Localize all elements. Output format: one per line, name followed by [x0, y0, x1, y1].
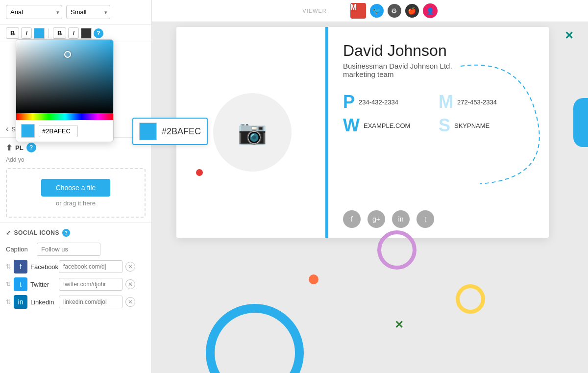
social-header-label: SOCIAL ICONS [14, 229, 59, 236]
drag-handle-facebook[interactable]: ⇅ [6, 263, 11, 270]
card-photo-area[interactable]: 📷 [213, 93, 292, 172]
contact-phone2-value: 272-453-2334 [457, 99, 497, 106]
social-caption-row: Caption [6, 243, 146, 256]
main-area: VIEWER M 🐦 ⚙ 🍎 👤 📷 David Johnson Busines… [152, 0, 588, 373]
contact-website-value: EXAMPLE.COM [364, 122, 410, 129]
photo-header-label: PL [15, 144, 24, 151]
red-dot [196, 169, 203, 176]
font-select-wrapper[interactable]: Arial Times New Roman Helvetica [6, 5, 62, 19]
contact-letter-m: M [439, 93, 453, 111]
bold-button[interactable]: B [6, 27, 19, 39]
card-title-line1: Businessman David Johnson Ltd. [343, 62, 534, 70]
format-separator [49, 28, 49, 38]
viewer-label: VIEWER [302, 8, 326, 14]
color-popup-swatch [139, 123, 157, 140]
contact-skype-value: SKYPNAME [454, 122, 490, 129]
color-swatch-left[interactable] [34, 28, 45, 39]
card-twitter-icon: t [416, 210, 434, 228]
contact-skype: S SKYPNAME [439, 117, 534, 134]
social-help-icon[interactable]: ? [62, 229, 70, 237]
twitter-close-button[interactable]: ✕ [125, 279, 135, 289]
viewer-topbar: VIEWER M 🐦 ⚙ 🍎 👤 [152, 0, 588, 22]
color-swatch-right[interactable] [81, 28, 92, 39]
contact-letter-s: S [439, 117, 450, 134]
deco-orange-dot [309, 274, 318, 284]
drag-handle-linkedin[interactable]: ⇅ [6, 298, 11, 305]
help-icon[interactable]: ? [94, 28, 103, 38]
color-hex-swatch[interactable] [21, 124, 35, 138]
card-contacts: P 234-432-2334 M 272-453-2334 W EXAMPLE.… [343, 93, 534, 134]
facebook-url-input[interactable] [59, 260, 122, 273]
twitter-logo: t [14, 277, 27, 291]
deco-cross-green: ✕ [394, 319, 403, 331]
social-header: ⤢ SOCIAL ICONS ? [6, 229, 146, 237]
deco-cross-teal: ✕ [564, 29, 573, 42]
color-hex-input[interactable] [39, 125, 78, 137]
card-right: David Johnson Businessman David Johnson … [328, 27, 549, 238]
color-cursor[interactable] [64, 51, 71, 58]
italic-button-2[interactable]: I [68, 27, 79, 39]
photo-section: ⬆ PL ? Add yo Choose a file or drag it h… [0, 137, 151, 223]
facebook-logo: f [14, 260, 27, 274]
user-avatar[interactable]: 👤 [423, 3, 438, 18]
facebook-label: Facebook [30, 263, 56, 271]
photo-desc: Add yo [6, 156, 146, 163]
upload-area[interactable]: Choose a file or drag it here [6, 168, 146, 218]
size-select-wrapper[interactable]: Small Medium Large [66, 5, 110, 19]
gmail-icon[interactable]: M [350, 3, 366, 19]
social-share-icon: ⤢ [6, 229, 11, 236]
card-name: David Johnson [343, 42, 534, 60]
color-hex-row [16, 120, 113, 142]
left-panel: Arial Times New Roman Helvetica Small Me… [0, 0, 152, 373]
card-social-icons: f g+ in t [343, 210, 534, 228]
contact-website: W EXAMPLE.COM [343, 117, 439, 134]
deco-swirl-right [573, 98, 588, 147]
apple-icon[interactable]: 🍎 [405, 4, 419, 18]
deco-circle-yellow [456, 284, 485, 314]
arrow-left-button[interactable]: ‹ [6, 124, 8, 133]
color-popup-float: #2BAFEC [132, 118, 208, 145]
contact-letter-w: W [343, 117, 360, 134]
linkedin-close-button[interactable]: ✕ [125, 297, 135, 307]
card-linkedin-icon: in [392, 210, 410, 228]
color-popup-text: #2BAFEC [162, 126, 201, 137]
deco-circle-purple [377, 230, 416, 270]
business-card: 📷 David Johnson Businessman David Johnso… [176, 27, 549, 238]
italic-button[interactable]: I [21, 27, 32, 39]
social-item-twitter: ⇅ t Twitter ✕ [6, 277, 146, 291]
color-gradient[interactable] [16, 40, 114, 113]
twitter-label: Twitter [30, 281, 56, 288]
contact-letter-p: P [343, 93, 355, 111]
twitter-topbar-icon[interactable]: 🐦 [370, 4, 384, 18]
linkedin-label: Linkedin [30, 298, 56, 306]
drag-text: or drag it here [12, 199, 140, 207]
upload-icon: ⬆ [6, 143, 12, 152]
toolbar-row: Arial Times New Roman Helvetica Small Me… [0, 0, 151, 25]
caption-label: Caption [6, 246, 33, 253]
facebook-close-button[interactable]: ✕ [125, 262, 135, 272]
photo-help-icon[interactable]: ? [26, 143, 36, 152]
color-picker-popup [16, 39, 114, 142]
color-hue-bar[interactable] [16, 113, 114, 120]
caption-input[interactable] [37, 243, 100, 256]
linkedin-logo: in [14, 295, 27, 309]
card-facebook-icon: f [343, 210, 361, 228]
settings-icon[interactable]: ⚙ [388, 4, 401, 18]
camera-icon: 📷 [238, 119, 267, 146]
social-item-linkedin: ⇅ in Linkedin ✕ [6, 295, 146, 309]
font-select[interactable]: Arial Times New Roman Helvetica [6, 5, 62, 19]
contact-phone1-value: 234-432-2334 [359, 99, 398, 106]
card-title: Businessman David Johnson Ltd. marketing… [343, 62, 534, 78]
choose-file-button[interactable]: Choose a file [41, 179, 111, 197]
photo-header: ⬆ PL ? [6, 143, 146, 152]
contact-phone2: M 272-453-2334 [439, 93, 534, 111]
social-item-facebook: ⇅ f Facebook ✕ [6, 260, 146, 274]
social-section: ⤢ SOCIAL ICONS ? Caption ⇅ f Facebook ✕ … [0, 223, 151, 317]
card-title-line2: marketing team [343, 70, 534, 78]
drag-handle-twitter[interactable]: ⇅ [6, 281, 11, 288]
linkedin-url-input[interactable] [59, 296, 122, 308]
size-select[interactable]: Small Medium Large [66, 5, 110, 19]
twitter-url-input[interactable] [59, 278, 122, 291]
bold-button-2[interactable]: B [53, 27, 66, 39]
deco-circle-blue-large [206, 304, 304, 373]
